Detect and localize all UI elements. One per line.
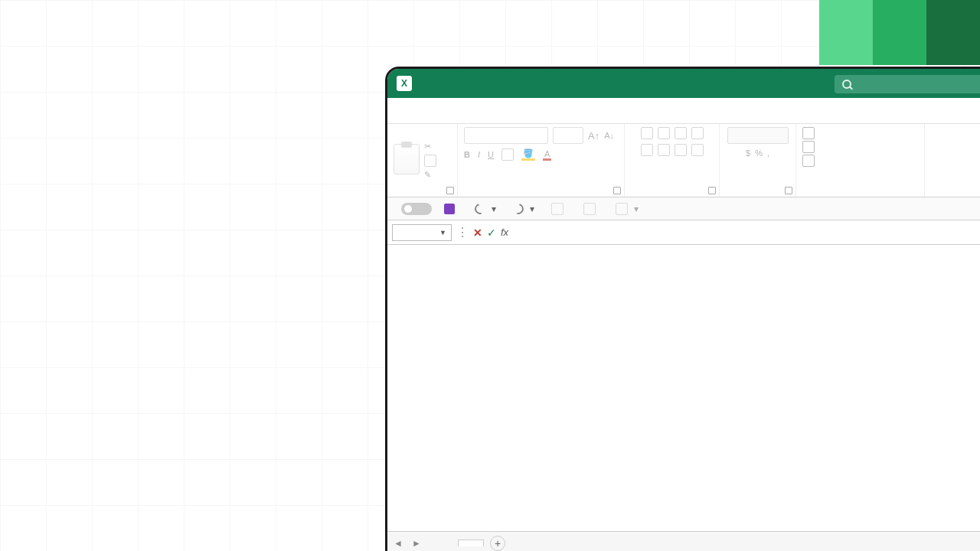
autosave-toggle[interactable] — [401, 203, 432, 215]
save-icon — [444, 204, 455, 214]
redo-button[interactable]: ▾ — [508, 202, 539, 216]
corner-bands — [819, 0, 980, 65]
font-color-button[interactable]: A — [543, 149, 551, 161]
search-box[interactable] — [835, 75, 980, 93]
comma-icon[interactable]: , — [767, 148, 769, 158]
merge-center-button[interactable] — [579, 201, 603, 217]
sheet-tab[interactable] — [458, 540, 484, 546]
format-painter-icon[interactable]: ✎ — [424, 170, 436, 180]
number-format-select[interactable] — [727, 127, 789, 144]
cancel-formula-button[interactable]: ✕ — [473, 227, 482, 239]
redo-icon — [511, 201, 525, 216]
fx-icon[interactable]: fx — [501, 227, 508, 238]
clipboard-label — [394, 194, 451, 195]
save-button[interactable] — [439, 202, 462, 216]
group-number: $%, — [720, 124, 796, 197]
name-box[interactable]: ▼ — [392, 224, 452, 241]
currency-icon[interactable]: $ — [746, 148, 750, 158]
group-font: A↑ A↓ B I U 🪣 A — [458, 124, 625, 197]
align-center-icon[interactable] — [658, 144, 670, 156]
indent-icon[interactable] — [691, 144, 704, 156]
align-right-icon[interactable] — [675, 144, 687, 156]
enter-formula-button[interactable]: ✓ — [487, 227, 496, 239]
formula-bar: ▼ ⋮ ✕ ✓ fx — [387, 220, 980, 245]
form-button[interactable] — [547, 201, 571, 217]
number-label — [726, 194, 789, 195]
font-family-select[interactable] — [464, 127, 548, 144]
border-button[interactable] — [501, 148, 514, 161]
group-clipboard: ✂ ✎ — [387, 124, 458, 197]
title-bar: X — [387, 69, 980, 98]
styles-label — [802, 194, 918, 195]
sheet-tab-bar: ◄ ► + — [387, 531, 980, 551]
align-top-icon[interactable] — [641, 127, 653, 139]
sheet-nav-prev[interactable]: ◄ — [392, 537, 404, 549]
quick-access-toolbar: ▾ ▾ ▾ — [387, 197, 980, 220]
excel-icon: X — [397, 76, 412, 91]
ribbon-body: ✂ ✎ A↑ A↓ B I U — [387, 124, 980, 197]
bold-button[interactable]: B — [464, 150, 470, 159]
ribbon-tabs — [387, 98, 980, 124]
grow-font-icon[interactable]: A↑ — [588, 130, 599, 142]
paste-icon[interactable] — [394, 144, 420, 174]
format-as-table-button[interactable] — [802, 141, 819, 153]
conditional-formatting-button[interactable] — [802, 127, 819, 139]
alignment-label — [631, 194, 713, 195]
number-dialog-launcher[interactable] — [785, 187, 792, 194]
font-dialog-launcher[interactable] — [613, 187, 621, 194]
percent-icon[interactable]: % — [755, 148, 763, 158]
cut-icon[interactable]: ✂ — [424, 142, 436, 152]
search-icon — [842, 80, 851, 89]
chevron-down-icon: ▼ — [439, 229, 446, 236]
underline-button[interactable]: U — [488, 150, 494, 159]
undo-button[interactable]: ▾ — [470, 202, 501, 216]
add-sheet-button[interactable]: + — [490, 536, 505, 551]
excel-window: X ✂ ✎ — [385, 67, 980, 551]
align-mid-icon[interactable] — [658, 127, 670, 139]
alignment-dialog-launcher[interactable] — [708, 187, 716, 194]
shrink-font-icon[interactable]: A↓ — [604, 131, 614, 140]
align-bot-icon[interactable] — [675, 127, 687, 139]
font-label — [464, 194, 618, 195]
borders-button[interactable]: ▾ — [611, 201, 643, 217]
font-size-select[interactable] — [553, 127, 583, 144]
sheet-nav-next[interactable]: ► — [410, 537, 423, 549]
group-styles — [796, 124, 925, 197]
align-left-icon[interactable] — [641, 144, 653, 156]
clipboard-dialog-launcher[interactable] — [446, 187, 454, 194]
copy-icon[interactable] — [424, 155, 436, 167]
fill-color-button[interactable]: 🪣 — [521, 148, 535, 161]
undo-icon — [472, 201, 487, 216]
italic-button[interactable]: I — [478, 150, 480, 159]
cell-styles-button[interactable] — [802, 155, 819, 167]
group-alignment — [625, 124, 720, 197]
orientation-icon[interactable] — [691, 127, 704, 139]
